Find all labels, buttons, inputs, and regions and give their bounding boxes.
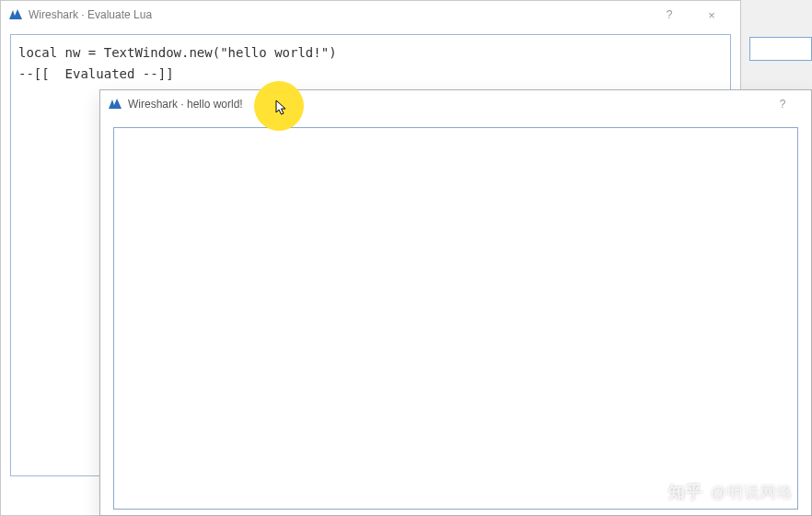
back-window-title: Wireshark · Evaluate Lua — [29, 8, 648, 21]
close-icon: × — [708, 8, 715, 22]
zhihu-logo-text: 知乎 — [668, 481, 703, 503]
background-toolbar-fragment — [749, 37, 812, 61]
back-titlebar[interactable]: Wireshark · Evaluate Lua ? × — [1, 1, 740, 29]
help-button[interactable]: ? — [648, 1, 690, 29]
front-titlebar[interactable]: Wireshark · hello world! ? — [100, 90, 811, 118]
cursor-arrow-icon — [275, 100, 288, 119]
wireshark-icon — [8, 7, 23, 22]
code-line: --[[ Evaluated --]] — [18, 64, 723, 85]
close-button[interactable]: × — [690, 1, 733, 29]
wireshark-icon — [108, 97, 122, 111]
watermark: 知乎 @明说网络 — [668, 481, 794, 503]
text-window-content[interactable] — [113, 127, 798, 510]
cursor-highlight-circle — [254, 81, 304, 131]
help-button[interactable]: ? — [761, 90, 804, 118]
watermark-author: @明说网络 — [711, 482, 794, 503]
front-window-title: Wireshark · hello world! — [128, 98, 761, 111]
code-line: local nw = TextWindow.new("hello world!"… — [18, 42, 723, 64]
back-titlebar-buttons: ? × — [648, 1, 733, 29]
front-titlebar-buttons: ? — [761, 90, 804, 118]
hello-world-window: Wireshark · hello world! ? — [99, 89, 812, 516]
